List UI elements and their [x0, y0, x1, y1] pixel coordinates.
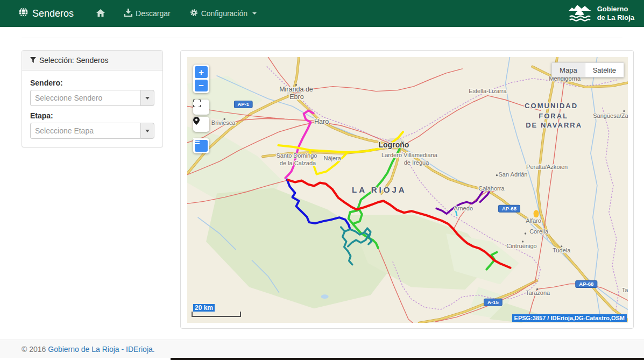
- map-label: Ebro: [289, 93, 304, 101]
- brand-label: Senderos: [32, 8, 74, 19]
- road-shield-label: AP-68: [579, 281, 593, 287]
- map-label: Tauste: [622, 287, 628, 293]
- map-label: Haro: [314, 118, 329, 125]
- map-label: de la Calzada: [280, 160, 316, 166]
- map-card: Miranda deEbroHaroBriviescaSanto Domingo…: [180, 50, 634, 329]
- map-label: Cintruénigo: [506, 243, 536, 249]
- selection-panel-title: Selección: Senderos: [39, 56, 108, 65]
- map-label: Corella: [529, 228, 549, 235]
- nav-descargar-label: Descargar: [136, 9, 171, 18]
- etapa-input[interactable]: [30, 123, 140, 139]
- logo-line2: de La Rioja: [597, 13, 634, 22]
- header-divider: [22, 38, 622, 38]
- map-type-satellite-button[interactable]: Satélite: [585, 62, 624, 77]
- trail-magenta[interactable]: [285, 110, 313, 178]
- road-minor: [294, 69, 462, 94]
- map-label: COMUNIDAD: [525, 102, 578, 110]
- map-label: Logroño: [378, 140, 409, 149]
- iderioja-link[interactable]: Gobierno de La Rioja - IDErioja.: [48, 345, 154, 354]
- map-canvas[interactable]: Miranda deEbroHaroBriviescaSanto Domingo…: [187, 57, 628, 323]
- map-label: Lardero Villamediana: [381, 152, 438, 158]
- map-label: Arnedo: [454, 205, 473, 211]
- map-label: Calahorra: [478, 186, 505, 192]
- download-icon: [124, 9, 132, 18]
- filter-icon: [30, 56, 36, 65]
- nav-configuracion-label: Configuración: [201, 9, 247, 18]
- brand[interactable]: Senderos: [19, 8, 74, 19]
- selection-panel: Selección: Senderos Sendero: Etapa:: [22, 50, 163, 147]
- map-label: DE NAVARRA: [526, 121, 582, 129]
- layers-control: [193, 138, 209, 153]
- map-label: San Adrián: [499, 171, 528, 178]
- map-label: Peralta/Azkoien: [526, 164, 568, 170]
- selection-panel-header: Selección: Senderos: [22, 51, 162, 70]
- map-type-control: Mapa Satélite: [551, 62, 624, 77]
- locate-control: [193, 117, 209, 132]
- nav-home[interactable]: [89, 1, 112, 26]
- map-label: Tarazona: [526, 290, 550, 296]
- fullscreen-control: [193, 100, 209, 115]
- river: [591, 57, 600, 314]
- zoom-in-button[interactable]: +: [195, 66, 208, 78]
- map-type-map-button[interactable]: Mapa: [551, 62, 585, 77]
- zoom-control: + −: [193, 65, 209, 93]
- map-label: Briviesca: [211, 119, 236, 126]
- copyright-text: © 2016: [22, 345, 48, 354]
- sendero-label: Sendero:: [30, 79, 154, 87]
- road-shield-label: A-15: [487, 299, 499, 305]
- chevron-down-icon: [145, 97, 150, 100]
- map-label: LA RIOJA: [352, 186, 407, 195]
- scale-label: 20 km: [193, 304, 215, 312]
- map-label: Tudela: [553, 247, 571, 253]
- map-label: Nájera: [323, 155, 341, 161]
- footer: © 2016 Gobierno de La Rioja - IDErioja.: [0, 340, 644, 358]
- gear-icon: [190, 9, 198, 18]
- road-minor: [400, 96, 541, 147]
- map-label: Santo Domingo: [277, 152, 317, 159]
- map-label: Miranda de: [279, 86, 313, 93]
- window-edge: [171, 358, 644, 360]
- zoom-out-button[interactable]: −: [195, 80, 208, 91]
- map-svg[interactable]: Miranda deEbroHaroBriviescaSanto Domingo…: [187, 57, 628, 323]
- town-dot: [525, 232, 526, 234]
- map-label: Estella-Lizarra: [469, 88, 507, 94]
- nav-descargar[interactable]: Descargar: [117, 1, 178, 26]
- road-shield-label: AP-68: [502, 206, 516, 211]
- poi-marker: [534, 210, 539, 217]
- town-dot: [496, 174, 498, 176]
- home-icon: [96, 9, 105, 18]
- scale-bar: 20 km: [192, 312, 241, 317]
- chevron-down-icon: [145, 130, 150, 132]
- map-label: Sangüesa/Zangoza: [593, 112, 628, 119]
- etapa-dropdown-button[interactable]: [140, 123, 154, 139]
- chevron-down-icon: [252, 12, 257, 15]
- navbar: Senderos Descargar Configuración Gobiern…: [0, 0, 644, 27]
- gobierno-logo: Gobierno de La Rioja: [568, 3, 634, 24]
- globe-icon: [19, 8, 28, 19]
- fullscreen-icon: [193, 100, 201, 107]
- logo-line1: Gobierno: [597, 5, 634, 13]
- etapa-label: Etapa:: [30, 111, 154, 120]
- layers-icon: [193, 138, 200, 144]
- map-attribution: EPSG:3857 / IDErioja,DG-Catastro,OSM: [512, 314, 627, 322]
- lake: [321, 294, 329, 299]
- map-label: FORAL: [539, 112, 568, 120]
- sendero-input[interactable]: [30, 90, 140, 106]
- nav-configuracion[interactable]: Configuración: [182, 1, 264, 26]
- map-label: de Iregua: [404, 159, 429, 166]
- layers-button[interactable]: [195, 140, 208, 152]
- fullscreen-button[interactable]: [195, 101, 208, 113]
- marker-button[interactable]: [195, 118, 208, 130]
- trail-cyan-tick[interactable]: [456, 211, 457, 215]
- sendero-dropdown-button[interactable]: [140, 90, 154, 106]
- map-pin-icon: [193, 117, 200, 125]
- map-label: Alfaro: [526, 217, 541, 224]
- rioja-emblem-icon: [568, 3, 592, 24]
- admin-boundary: [603, 108, 619, 319]
- road-shield-label: AP-1: [237, 101, 249, 107]
- town-dot: [623, 110, 625, 112]
